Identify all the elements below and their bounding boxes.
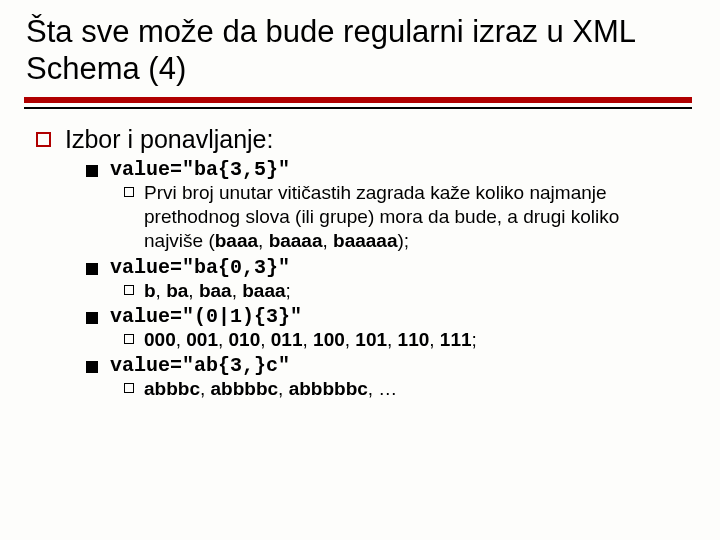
square-fill-icon [86, 165, 98, 177]
slide-title: Šta sve može da bude regularni izraz u X… [24, 14, 692, 87]
square-small-open-icon [124, 285, 134, 295]
level1-text: Izbor i ponavljanje: [65, 125, 273, 154]
bullet-level2: value="ab{3,}c" [24, 354, 692, 377]
description-text: abbbc, abbbbc, abbbbbc, … [144, 377, 397, 401]
bullet-level2: value="(0|1){3}" [24, 305, 692, 328]
bullet-level3: b, ba, baa, baaa; [24, 279, 692, 303]
square-small-open-icon [124, 383, 134, 393]
description-text: b, ba, baa, baaa; [144, 279, 291, 303]
description-text: 000, 001, 010, 011, 100, 101, 110, 111; [144, 328, 477, 352]
code-value: value="(0|1){3}" [110, 305, 302, 328]
square-small-open-icon [124, 187, 134, 197]
square-open-icon [36, 132, 51, 147]
bullet-level1: Izbor i ponavljanje: [24, 125, 692, 154]
bullet-level3: 000, 001, 010, 011, 100, 101, 110, 111; [24, 328, 692, 352]
title-underline-thin [24, 107, 692, 109]
bullet-level3: abbbc, abbbbc, abbbbbc, … [24, 377, 692, 401]
description-text: Prvi broj unutar vitičastih zagrada kaže… [144, 181, 662, 254]
square-small-open-icon [124, 334, 134, 344]
code-value: value="ba{0,3}" [110, 256, 290, 279]
items-container: value="ba{3,5}"Prvi broj unutar vitičast… [24, 158, 692, 402]
bullet-level3: Prvi broj unutar vitičastih zagrada kaže… [24, 181, 692, 254]
square-fill-icon [86, 361, 98, 373]
bullet-level2: value="ba{0,3}" [24, 256, 692, 279]
square-fill-icon [86, 312, 98, 324]
bullet-level2: value="ba{3,5}" [24, 158, 692, 181]
square-fill-icon [86, 263, 98, 275]
code-value: value="ab{3,}c" [110, 354, 290, 377]
slide: Šta sve može da bude regularni izraz u X… [0, 0, 720, 540]
title-underline-red [24, 97, 692, 103]
code-value: value="ba{3,5}" [110, 158, 290, 181]
